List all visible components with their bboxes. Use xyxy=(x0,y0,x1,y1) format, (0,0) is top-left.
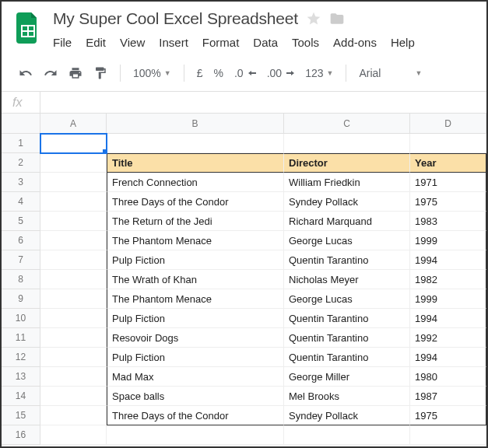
cell-D9[interactable]: 1999 xyxy=(410,289,486,309)
cell-A6[interactable] xyxy=(40,231,107,250)
cell-C14[interactable]: Mel Brooks xyxy=(284,387,410,406)
cell-D11[interactable]: 1992 xyxy=(410,328,486,348)
cell-C13[interactable]: George Miller xyxy=(284,367,410,387)
row-header[interactable]: 6 xyxy=(2,231,40,250)
cell-D3[interactable]: 1971 xyxy=(410,173,486,192)
decrease-decimal-button[interactable]: .0 xyxy=(231,67,259,79)
menu-help[interactable]: Help xyxy=(384,33,422,52)
menu-format[interactable]: Format xyxy=(195,33,247,52)
row-header[interactable]: 11 xyxy=(2,328,40,348)
cell-B2[interactable]: Title xyxy=(107,153,284,173)
sheets-logo[interactable] xyxy=(14,9,42,47)
cell-B14[interactable]: Space balls xyxy=(107,387,284,406)
cell-A13[interactable] xyxy=(40,367,107,387)
column-header-a[interactable]: A xyxy=(40,114,107,134)
row-header[interactable]: 8 xyxy=(2,270,40,289)
currency-button[interactable]: £ xyxy=(194,67,206,79)
row-header[interactable]: 10 xyxy=(2,309,40,328)
formula-input[interactable] xyxy=(40,92,486,113)
paint-format-button[interactable] xyxy=(90,63,111,83)
cell-B9[interactable]: The Phantom Menace xyxy=(107,289,284,309)
zoom-dropdown[interactable]: 100%▼ xyxy=(130,67,174,79)
percent-button[interactable]: % xyxy=(211,67,226,79)
cell-C3[interactable]: William Friedkin xyxy=(284,173,410,192)
row-header[interactable]: 3 xyxy=(2,173,40,192)
cell-C2[interactable]: Director xyxy=(284,153,410,173)
cell-B7[interactable]: Pulp Fiction xyxy=(107,250,284,270)
cell-A10[interactable] xyxy=(40,309,107,328)
row-header[interactable]: 12 xyxy=(2,348,40,367)
menu-add-ons[interactable]: Add-ons xyxy=(326,33,384,52)
column-header-b[interactable]: B xyxy=(107,114,284,134)
cell-D12[interactable]: 1994 xyxy=(410,348,486,367)
cell-B6[interactable]: The Phantom Menace xyxy=(107,231,284,250)
chevron-down-icon[interactable]: ▼ xyxy=(415,69,422,77)
row-header[interactable]: 2 xyxy=(2,153,40,173)
menu-insert[interactable]: Insert xyxy=(152,33,195,52)
cell-B11[interactable]: Resovoir Dogs xyxy=(107,328,284,348)
cell-D16[interactable] xyxy=(410,425,486,445)
cell-A15[interactable] xyxy=(40,406,107,425)
row-header[interactable]: 4 xyxy=(2,192,40,212)
cell-D15[interactable]: 1975 xyxy=(410,406,486,425)
cell-C16[interactable] xyxy=(284,425,410,445)
cell-A9[interactable] xyxy=(40,289,107,309)
column-header-d[interactable]: D xyxy=(410,114,486,134)
cell-B8[interactable]: The Wrath of Khan xyxy=(107,270,284,289)
cell-C5[interactable]: Richard Marquand xyxy=(284,212,410,231)
cell-D14[interactable]: 1987 xyxy=(410,387,486,406)
cell-C1[interactable] xyxy=(284,134,410,153)
redo-button[interactable] xyxy=(40,63,61,83)
cell-D5[interactable]: 1983 xyxy=(410,212,486,231)
print-button[interactable] xyxy=(65,63,86,83)
cell-A5[interactable] xyxy=(40,212,107,231)
row-header[interactable]: 14 xyxy=(2,387,40,406)
cell-A4[interactable] xyxy=(40,192,107,212)
cell-D4[interactable]: 1975 xyxy=(410,192,486,212)
cell-B15[interactable]: Three Days of the Condor xyxy=(107,406,284,425)
cell-B4[interactable]: Three Days of the Condor xyxy=(107,192,284,212)
star-icon[interactable] xyxy=(306,11,321,26)
cell-B5[interactable]: The Return of the Jedi xyxy=(107,212,284,231)
cell-D13[interactable]: 1980 xyxy=(410,367,486,387)
select-all-corner[interactable] xyxy=(2,114,40,134)
more-formats-dropdown[interactable]: 123▼ xyxy=(302,67,336,79)
cell-A14[interactable] xyxy=(40,387,107,406)
row-header[interactable]: 5 xyxy=(2,212,40,231)
cell-B1[interactable] xyxy=(107,134,284,153)
cell-D2[interactable]: Year xyxy=(410,153,486,173)
cell-C8[interactable]: Nicholas Meyer xyxy=(284,270,410,289)
cell-D7[interactable]: 1994 xyxy=(410,250,486,270)
cell-A11[interactable] xyxy=(40,328,107,348)
menu-edit[interactable]: Edit xyxy=(79,33,113,52)
cell-C15[interactable]: Syndey Pollack xyxy=(284,406,410,425)
cell-D10[interactable]: 1994 xyxy=(410,309,486,328)
cell-C9[interactable]: George Lucas xyxy=(284,289,410,309)
undo-button[interactable] xyxy=(16,63,36,83)
row-header[interactable]: 15 xyxy=(2,406,40,425)
cell-C4[interactable]: Syndey Pollack xyxy=(284,192,410,212)
column-header-c[interactable]: C xyxy=(284,114,410,134)
cell-B12[interactable]: Pulp Fiction xyxy=(107,348,284,367)
row-header[interactable]: 16 xyxy=(2,425,40,445)
menu-tools[interactable]: Tools xyxy=(285,33,326,52)
cell-D6[interactable]: 1999 xyxy=(410,231,486,250)
cell-A7[interactable] xyxy=(40,250,107,270)
menu-data[interactable]: Data xyxy=(246,33,285,52)
cell-A1[interactable] xyxy=(40,134,107,153)
menu-file[interactable]: File xyxy=(53,33,79,52)
row-header[interactable]: 9 xyxy=(2,289,40,309)
increase-decimal-button[interactable]: .00 xyxy=(264,67,297,79)
cell-A12[interactable] xyxy=(40,348,107,367)
cell-C12[interactable]: Quentin Tarantino xyxy=(284,348,410,367)
cell-B13[interactable]: Mad Max xyxy=(107,367,284,387)
cell-A16[interactable] xyxy=(40,425,107,445)
document-title[interactable]: My Super Cool Excel Spreadsheet xyxy=(53,9,298,28)
font-dropdown[interactable]: Arial xyxy=(356,67,410,79)
row-header[interactable]: 7 xyxy=(2,250,40,270)
cell-D8[interactable]: 1982 xyxy=(410,270,486,289)
cell-A8[interactable] xyxy=(40,270,107,289)
cell-D1[interactable] xyxy=(410,134,486,153)
cell-B10[interactable]: Pulp Fiction xyxy=(107,309,284,328)
cell-C6[interactable]: George Lucas xyxy=(284,231,410,250)
